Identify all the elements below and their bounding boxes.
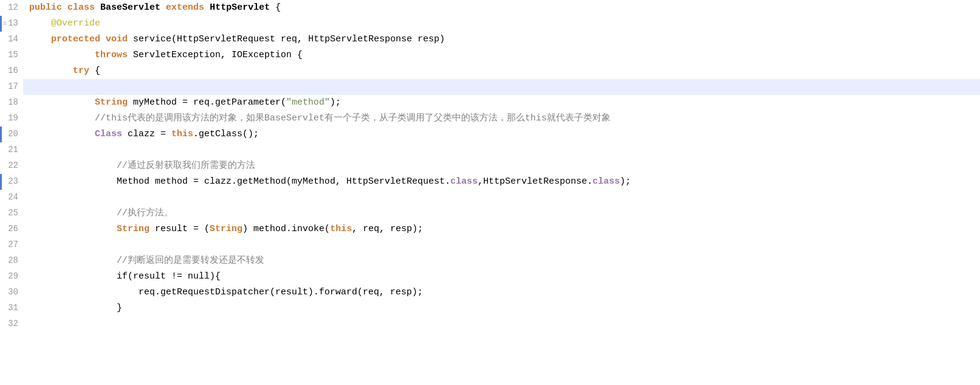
- line-number: 21: [0, 142, 23, 158]
- line-content: String myMethod = req.getParameter("meth…: [23, 95, 980, 111]
- token-comment: //通过反射获取我们所需要的方法: [117, 159, 255, 173]
- line-number: 12: [0, 0, 23, 16]
- token-kw-protected: protected: [51, 32, 100, 46]
- line-number: 26: [0, 221, 23, 237]
- token-kw-string-type: String: [95, 95, 128, 109]
- token-string-val: "method": [286, 95, 330, 109]
- token-plain: [29, 175, 117, 189]
- code-line: 19 //this代表的是调用该方法的对象，如果BaseServlet有一个子类…: [0, 111, 980, 127]
- code-line: 29 if(result != null){: [0, 269, 980, 285]
- token-plain: [29, 127, 95, 141]
- token-class-ref: Class: [95, 127, 122, 141]
- code-line: 14 protected void service(HttpServletReq…: [0, 32, 980, 47]
- line-number: 14: [0, 32, 23, 47]
- code-container: 12public class BaseServlet extends HttpS…: [0, 0, 980, 332]
- token-plain: [95, 1, 100, 15]
- line-content: public class BaseServlet extends HttpSer…: [23, 0, 980, 16]
- token-plain: [29, 95, 95, 109]
- token-plain: [29, 269, 117, 283]
- line-content: Class clazz = this.getClass();: [23, 127, 980, 142]
- line-number: 15: [0, 47, 23, 63]
- token-kw-try: try: [73, 64, 89, 78]
- code-line: 20 Class clazz = this.getClass();: [0, 127, 980, 142]
- code-line: 17: [0, 79, 980, 95]
- line-number: 30: [0, 285, 23, 300]
- line-content: protected void service(HttpServletReques…: [23, 32, 980, 47]
- code-line: 22 //通过反射获取我们所需要的方法: [0, 158, 980, 174]
- token-type-name: HttpServletRequest: [177, 32, 275, 46]
- token-plain: service(: [128, 32, 177, 46]
- token-plain: [29, 111, 95, 125]
- line-number: 31: [0, 300, 23, 316]
- token-type-name: HttpServletRequest: [346, 175, 445, 189]
- token-plain: }: [29, 301, 122, 315]
- line-content: //通过反射获取我们所需要的方法: [23, 158, 980, 174]
- token-kw-string-type: String: [210, 222, 242, 236]
- code-line: 15 throws ServletException, IOException …: [0, 47, 980, 63]
- line-content: Method method = clazz.getMethod(myMethod…: [23, 174, 980, 190]
- line-number: 20: [0, 127, 23, 142]
- token-plain: [29, 206, 117, 220]
- token-plain: myMethod = req.getParameter(: [128, 95, 286, 109]
- token-plain: result = (: [149, 222, 210, 236]
- token-kw-extends: extends: [166, 1, 204, 15]
- token-plain: [29, 159, 117, 173]
- code-editor: 12public class BaseServlet extends HttpS…: [0, 0, 980, 385]
- line-content: [23, 316, 980, 332]
- token-plain: .getClass();: [193, 127, 259, 141]
- line-number: 29: [0, 269, 23, 285]
- code-line: 27: [0, 237, 980, 253]
- line-number: 25: [0, 206, 23, 221]
- code-line: 25 //执行方法。: [0, 206, 980, 221]
- token-plain: req,: [275, 32, 308, 46]
- token-kw-this: this: [171, 127, 193, 141]
- token-kw-throws: throws: [95, 48, 128, 62]
- line-content: //执行方法。: [23, 206, 980, 221]
- code-line: 16 try {: [0, 63, 980, 79]
- token-kw-if: if: [117, 269, 128, 283]
- token-plain: ) method.invoke(: [242, 222, 330, 236]
- token-class-name: HttpServlet: [210, 1, 270, 15]
- line-content: @Override: [23, 16, 980, 32]
- code-line: 26 String result = (String) method.invok…: [0, 221, 980, 237]
- token-annotation: @Override: [51, 16, 100, 30]
- code-line: 24: [0, 190, 980, 206]
- line-content: [23, 237, 980, 253]
- line-number: 28: [0, 253, 23, 269]
- line-content: try {: [23, 63, 980, 79]
- token-plain: [62, 1, 67, 15]
- token-plain: .: [587, 175, 592, 189]
- token-type-name: HttpServletResponse: [483, 175, 587, 189]
- token-plain: req.getRequestDispatcher(result).forward…: [29, 285, 423, 299]
- code-line: =13 @Override: [0, 16, 980, 32]
- token-plain: [29, 254, 117, 268]
- token-plain: [29, 48, 95, 62]
- token-plain: [29, 16, 51, 30]
- line-number: 18: [0, 95, 23, 111]
- token-dot-class: class: [592, 175, 620, 189]
- code-line: 18 String myMethod = req.getParameter("m…: [0, 95, 980, 111]
- token-kw-this: this: [330, 222, 352, 236]
- token-plain: ,: [478, 175, 483, 189]
- line-content: [23, 79, 980, 95]
- line-content: [23, 190, 980, 206]
- left-accent: [0, 16, 2, 32]
- line-content: String result = (String) method.invoke(t…: [23, 221, 980, 237]
- code-line: 32: [0, 316, 980, 332]
- line-arrow: =: [2, 18, 7, 30]
- token-plain: {: [270, 1, 281, 15]
- line-content: //判断返回的是需要转发还是不转发: [23, 253, 980, 269]
- line-content: req.getRequestDispatcher(result).forward…: [23, 285, 980, 300]
- line-number: 23: [0, 174, 23, 190]
- line-number: 19: [0, 111, 23, 127]
- code-line: 28 //判断返回的是需要转发还是不转发: [0, 253, 980, 269]
- token-plain: clazz =: [122, 127, 171, 141]
- token-kw-void: void: [106, 32, 128, 46]
- line-content: throws ServletException, IOException {: [23, 47, 980, 63]
- left-accent: [0, 174, 2, 190]
- token-plain: [29, 32, 51, 46]
- line-number: =13: [0, 16, 23, 32]
- token-plain: );: [330, 95, 341, 109]
- token-plain: [29, 222, 117, 236]
- code-line: 30 req.getRequestDispatcher(result).forw…: [0, 285, 980, 300]
